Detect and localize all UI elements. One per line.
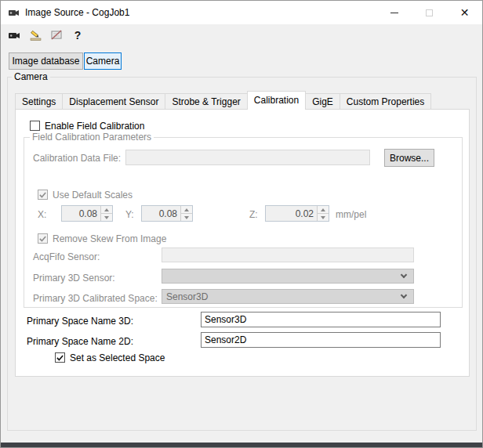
- remove-skew-checkbox: [38, 233, 48, 244]
- scale-y-spin-buttons: [180, 206, 192, 221]
- primary-space-name-3d-input[interactable]: [201, 312, 441, 327]
- primary-space-name-2d-input[interactable]: [201, 332, 441, 348]
- primary-3d-calibrated-space-value: Sensor3D: [166, 291, 208, 302]
- tab-gige[interactable]: GigE: [305, 93, 340, 110]
- acqfifo-sensor-label: AcqFifo Sensor:: [33, 251, 100, 262]
- tab-displacement-sensor[interactable]: Displacement Sensor: [62, 93, 165, 110]
- spinner-down-icon: [181, 213, 192, 221]
- set-as-selected-space-label: Set as Selected Space: [70, 352, 165, 363]
- bottom-window-edge: [1, 443, 482, 447]
- primary-space-name-3d-label: Primary Space Name 3D:: [27, 316, 133, 327]
- scale-y-label: Y:: [125, 209, 134, 220]
- window-title: Image Source - CogJob1: [25, 7, 129, 18]
- acqfifo-sensor-input: [162, 247, 414, 262]
- camera-icon[interactable]: [5, 27, 23, 44]
- calibration-tab-panel: Enable Field Calibration Field Calibrati…: [15, 109, 470, 377]
- use-default-scales-checkbox: [38, 190, 48, 200]
- toolbar: ?: [1, 25, 482, 45]
- source-selector: Image database Camera: [9, 52, 122, 70]
- use-default-scales-label: Use Default Scales: [53, 190, 133, 201]
- spinner-down-icon: [318, 213, 329, 221]
- camera-group-label: Camera: [12, 71, 50, 82]
- primary-3d-sensor-combo: [162, 269, 414, 284]
- help-icon[interactable]: ?: [69, 27, 86, 44]
- scale-x-spin-buttons: [100, 206, 112, 221]
- tab-strobe-trigger[interactable]: Strobe & Trigger: [165, 93, 247, 110]
- app-icon: [7, 6, 20, 19]
- browse-button[interactable]: Browse...: [384, 149, 434, 167]
- enable-field-calibration-label: Enable Field Calibration: [45, 121, 144, 132]
- spinner-up-icon: [318, 206, 329, 213]
- help-glyph: ?: [74, 29, 82, 42]
- setup-pencil-icon[interactable]: [27, 27, 44, 44]
- display-disabled-icon[interactable]: [48, 27, 65, 44]
- minimize-button[interactable]: [376, 1, 412, 24]
- tab-strip: Settings Displacement Sensor Strobe & Tr…: [15, 91, 431, 110]
- minimize-icon: [390, 13, 398, 13]
- title-bar: Image Source - CogJob1 ✕: [1, 1, 482, 24]
- scale-z-label: Z:: [249, 209, 258, 220]
- scale-x-label: X:: [38, 209, 46, 220]
- camera-button[interactable]: Camera: [84, 52, 122, 70]
- close-button[interactable]: ✕: [447, 1, 482, 24]
- spinner-down-icon: [101, 213, 112, 221]
- maximize-button: [412, 1, 447, 24]
- primary-3d-calibrated-space-label: Primary 3D Calibrated Space:: [33, 293, 158, 304]
- tab-calibration[interactable]: Calibration: [247, 91, 306, 110]
- scale-y-spinner: 0.08: [141, 205, 193, 222]
- tab-custom-properties[interactable]: Custom Properties: [340, 93, 431, 110]
- chevron-down-icon: [401, 272, 407, 278]
- primary-space-name-2d-label: Primary Space Name 2D:: [27, 336, 133, 347]
- scale-x-spinner: 0.08: [61, 205, 113, 222]
- primary-3d-calibrated-space-combo: Sensor3D: [162, 289, 414, 304]
- calibration-data-file-label: Calibration Data File:: [33, 153, 121, 164]
- spinner-up-icon: [181, 206, 192, 213]
- scale-unit-label: mm/pel: [336, 209, 366, 220]
- enable-field-calibration-checkbox[interactable]: [30, 121, 40, 131]
- maximize-icon: [426, 9, 433, 16]
- image-source-window: Image Source - CogJob1 ✕: [0, 0, 483, 448]
- scale-x-value: 0.08: [62, 206, 100, 221]
- scale-y-value: 0.08: [142, 206, 180, 221]
- scale-z-spin-buttons: [317, 206, 329, 221]
- primary-3d-sensor-label: Primary 3D Sensor:: [33, 273, 115, 284]
- scale-z-value: 0.02: [266, 206, 317, 221]
- close-icon: ✕: [460, 7, 470, 18]
- field-calibration-parameters-label: Field Calibration Parameters: [30, 132, 154, 143]
- remove-skew-label: Remove Skew From Image: [53, 233, 166, 244]
- tab-settings[interactable]: Settings: [15, 93, 63, 110]
- calibration-data-file-input: [125, 150, 370, 165]
- image-database-button[interactable]: Image database: [9, 52, 83, 70]
- set-as-selected-space-checkbox[interactable]: [55, 352, 65, 363]
- spinner-up-icon: [101, 206, 112, 213]
- chevron-down-icon: [401, 292, 407, 298]
- scale-z-spinner: 0.02: [265, 205, 329, 222]
- window-controls: ✕: [376, 1, 482, 24]
